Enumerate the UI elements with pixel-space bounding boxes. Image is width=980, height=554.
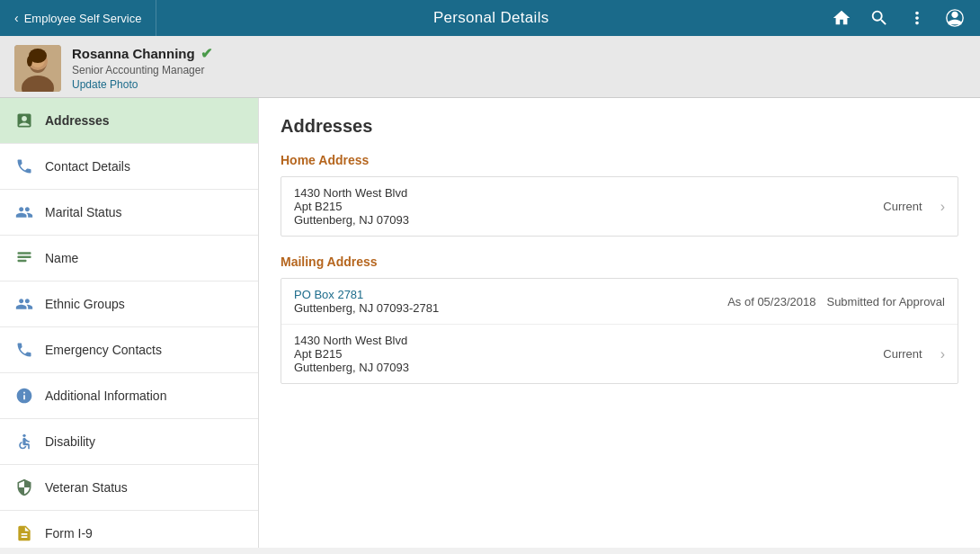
mailing-address-pending-row: PO Box 2781 Guttenberg, NJ 07093-2781 As… (281, 279, 958, 325)
marital-status-icon (14, 202, 34, 222)
svg-rect-8 (18, 252, 31, 255)
sidebar-item-veteran-status[interactable]: Veteran Status (0, 465, 258, 511)
mailing-addr2-line3: Guttenberg, NJ 07093 (294, 361, 883, 374)
svg-point-11 (22, 434, 25, 437)
home-addr-status: Current (883, 200, 932, 213)
disability-icon (14, 432, 34, 451)
ethnic-groups-icon (14, 294, 34, 314)
addresses-icon (14, 111, 34, 130)
mailing-addr-line2: Guttenberg, NJ 07093-2781 (294, 301, 727, 315)
mailing-addr2-line2: Apt B215 (294, 347, 883, 361)
sidebar-item-name[interactable]: Name (0, 236, 258, 281)
sidebar-label-contact-details: Contact Details (45, 159, 130, 174)
home-icon (832, 8, 851, 28)
mailing-address-card: PO Box 2781 Guttenberg, NJ 07093-2781 As… (281, 278, 958, 384)
search-button[interactable] (863, 2, 895, 34)
sidebar: Addresses Contact Details Marital Status… (0, 98, 259, 548)
mailing-addr-date: As of 05/23/2018 (727, 295, 826, 308)
user-button[interactable] (939, 2, 971, 34)
home-address-card: 1430 North West Blvd Apt B215 Guttenberg… (281, 176, 958, 237)
back-chevron-icon: ‹ (14, 11, 19, 25)
avatar (14, 45, 61, 92)
home-address-section: Home Address 1430 North West Blvd Apt B2… (281, 153, 958, 237)
svg-rect-9 (18, 256, 31, 259)
home-address-row[interactable]: 1430 North West Blvd Apt B215 Guttenberg… (281, 177, 958, 236)
mailing-addr-line1: PO Box 2781 (294, 288, 727, 301)
content-title: Addresses (281, 116, 958, 137)
verified-icon: ✔ (200, 45, 212, 62)
more-icon (907, 8, 927, 28)
svg-point-7 (27, 56, 32, 67)
sidebar-label-emergency-contacts: Emergency Contacts (45, 343, 162, 357)
form-i9-icon (14, 523, 34, 543)
emergency-contacts-icon (14, 340, 34, 360)
veteran-status-icon (14, 478, 34, 497)
home-addr-line2: Apt B215 (294, 200, 883, 213)
sidebar-label-veteran-status: Veteran Status (45, 480, 128, 495)
mailing-address-heading: Mailing Address (281, 255, 958, 269)
sidebar-item-emergency-contacts[interactable]: Emergency Contacts (0, 327, 258, 373)
page-title: Personal Details (156, 9, 825, 27)
update-photo-link[interactable]: Update Photo (72, 78, 212, 91)
main-layout: Addresses Contact Details Marital Status… (0, 98, 980, 548)
sidebar-label-disability: Disability (45, 434, 95, 449)
home-addr-line1: 1430 North West Blvd (294, 186, 883, 200)
contact-details-icon (14, 156, 34, 176)
user-icon (945, 8, 965, 28)
profile-title: Senior Accounting Manager (72, 64, 212, 76)
home-addr-chevron-icon: › (940, 199, 945, 215)
back-label: Employee Self Service (24, 12, 142, 25)
sidebar-item-marital-status[interactable]: Marital Status (0, 190, 258, 236)
mailing-addr-pending: Submitted for Approval (826, 295, 945, 308)
content-area: Addresses Home Address 1430 North West B… (259, 98, 980, 548)
back-button[interactable]: ‹ Employee Self Service (0, 0, 156, 36)
sidebar-label-ethnic-groups: Ethnic Groups (45, 297, 125, 311)
sidebar-item-additional-information[interactable]: Additional Information (0, 373, 258, 419)
home-button[interactable] (825, 2, 858, 34)
sidebar-label-name: Name (45, 251, 78, 265)
mailing-address-section: Mailing Address PO Box 2781 Guttenberg, … (281, 255, 958, 384)
sidebar-label-form-i9: Form I-9 (45, 526, 93, 541)
sidebar-label-additional-information: Additional Information (45, 389, 166, 403)
profile-name: Rosanna Channing ✔ (72, 45, 212, 62)
mailing-addr2-chevron-icon: › (940, 346, 945, 362)
search-icon (869, 8, 889, 28)
sidebar-item-contact-details[interactable]: Contact Details (0, 144, 258, 190)
sidebar-item-disability[interactable]: Disability (0, 419, 258, 465)
home-addr-line3: Guttenberg, NJ 07093 (294, 213, 883, 227)
svg-rect-10 (18, 260, 27, 263)
mailing-address-current-row[interactable]: 1430 North West Blvd Apt B215 Guttenberg… (281, 325, 958, 383)
sidebar-item-addresses[interactable]: Addresses (0, 98, 258, 144)
profile-bar: Rosanna Channing ✔ Senior Accounting Man… (0, 36, 980, 98)
more-button[interactable] (901, 2, 933, 34)
mailing-addr2-status: Current (883, 347, 932, 361)
header: ‹ Employee Self Service Personal Details (0, 0, 980, 36)
header-actions (825, 2, 980, 34)
sidebar-label-addresses: Addresses (45, 113, 110, 128)
name-icon (14, 248, 34, 268)
home-address-heading: Home Address (281, 153, 958, 167)
sidebar-item-ethnic-groups[interactable]: Ethnic Groups (0, 281, 258, 327)
sidebar-item-form-i9[interactable]: Form I-9 (0, 511, 258, 548)
mailing-addr2-line1: 1430 North West Blvd (294, 334, 883, 347)
sidebar-label-marital-status: Marital Status (45, 205, 122, 219)
additional-info-icon (14, 386, 34, 406)
